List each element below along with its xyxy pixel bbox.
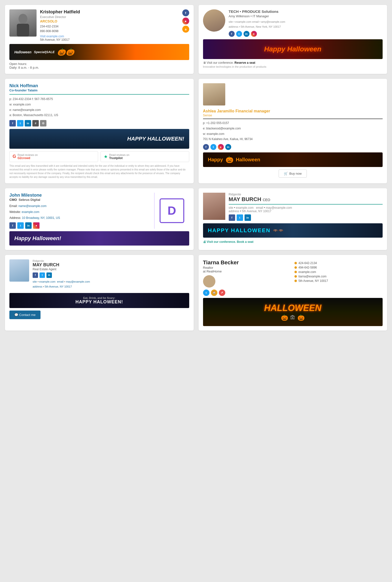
facebook-icon[interactable]: f [182, 10, 189, 16]
kristopher-address: 5th Avenue, NY 10017 [40, 38, 179, 42]
may-conference: 🖨 Visit our conference. Book a seat [203, 240, 383, 244]
tiarna-website: example.com [294, 270, 382, 274]
card-may-burch-realestate: Ridgenite MAY BURCH Real Estate Agent f … [5, 255, 194, 330]
tiarna-social: t 🏠 ⇗ [203, 290, 291, 296]
cart-icon: 🛒 [284, 172, 288, 176]
tiarna-photo [203, 275, 216, 288]
open-hours: Open hours: Daily: 8 a.m. - 8 p.m. [10, 62, 189, 70]
kristopher-website: Visit example.com [40, 34, 179, 38]
linkedin-icon[interactable]: in [244, 214, 251, 221]
john-info: John Milestone CMO Sebrus Digital Email:… [10, 193, 155, 229]
tiarna-phone2: 494-642-5896 [294, 265, 382, 270]
review-row: G Read reviews on G2crowd ★ Read reviews… [10, 151, 189, 162]
may-ceo-social: f t in [229, 214, 383, 221]
john-title: CMO Sebrus Digital [10, 198, 152, 202]
may-ceo-photo [203, 193, 225, 220]
linkedin-icon[interactable]: in [25, 120, 31, 126]
nick-name: Nick Hoffman [10, 83, 189, 88]
halloween-text: HALLOWEEN [264, 303, 321, 313]
instagram-icon[interactable]: ● [251, 31, 257, 37]
twitter-icon[interactable]: t [17, 222, 24, 229]
linkedin-icon[interactable]: in [244, 31, 250, 37]
tiarna-name: Tiarna Becker [203, 260, 291, 266]
tiarna-address: 5th Avenue, NY 10017 [294, 279, 382, 283]
facebook-icon[interactable]: f [229, 31, 235, 37]
john-social: f t in ● [10, 222, 152, 229]
halloween-ghost-banner: HAPPY HALLOWEEN! [10, 129, 189, 149]
nick-contact: p: 234-432-2334 f: 567-765-6575 w: examp… [10, 96, 189, 118]
tiarna-info: Tiarna Becker Realtor at RealHome t 🏠 ⇗ [203, 260, 291, 298]
halloween-dark-banner: Happy Halloween [203, 39, 383, 59]
twitter-icon[interactable]: t [203, 290, 210, 296]
map-icon[interactable]: ◎ [40, 120, 46, 126]
may-re-contact: site • example.com email • may@example.c… [32, 280, 189, 289]
twitter-icon[interactable]: t [236, 31, 242, 37]
instagram-icon[interactable]: ● [218, 144, 224, 150]
kristopher-photo [10, 10, 36, 36]
may-re-photo [10, 260, 29, 282]
hashtag-icon[interactable]: # [32, 120, 39, 126]
facebook-icon[interactable]: f [10, 120, 16, 126]
trustpilot-review-box[interactable]: ★ Read reviews on Trustpilot [100, 151, 189, 162]
twitter-icon[interactable]: t [40, 272, 45, 278]
svg-point-0 [18, 14, 28, 24]
card-nick-hoffman: Nick Hoffman Co-founder Talaim p: 234-43… [5, 79, 194, 183]
card-ashlea: Ashlea Jaramillo Financial manager Sense… [198, 79, 387, 183]
linkedin-icon[interactable]: in [25, 222, 32, 229]
ashlea-photo [203, 83, 225, 106]
facebook-icon[interactable]: f [229, 214, 235, 221]
trustpilot-icon: ★ [104, 154, 108, 159]
twitter-icon[interactable]: t [17, 120, 24, 126]
disclaimer-text: This email and any files transmitted wit… [10, 164, 189, 179]
facebook-icon[interactable]: f [203, 144, 209, 150]
facebook-icon[interactable]: f [32, 272, 38, 278]
amazon-icon[interactable]: a [182, 26, 189, 32]
bats-icon: 🦇🦇 [273, 228, 284, 233]
may-divider [229, 204, 383, 204]
halloween-ghost2-banner: Happy Halloween! [10, 231, 189, 246]
linkedin-icon[interactable]: in [225, 144, 231, 150]
twitter-icon[interactable]: t [210, 144, 216, 150]
facebook-icon[interactable]: f [10, 222, 16, 229]
share-icon[interactable]: ⇗ [219, 290, 225, 296]
may-re-brand: Ridgenite [32, 260, 189, 262]
kristopher-company: ARCSOLO [40, 19, 179, 23]
ashlea-social: f t ● in [203, 144, 231, 150]
card-kristopher: Kristopher Hatfield Executive Director A… [5, 5, 194, 74]
kristopher-social-icons: f ● a [182, 10, 189, 32]
john-logo: D [155, 193, 189, 229]
pumpkin-icon: 🎃🎃 [57, 48, 74, 56]
home-icon[interactable]: 🏠 [211, 290, 217, 296]
tiarna-title: Realtor at RealHome [203, 266, 291, 273]
amy-photo [203, 10, 225, 32]
linkedin-icon[interactable]: in [46, 272, 52, 278]
tech-company: TECH • PRODUCE Solutions [229, 10, 383, 14]
ashlea-company: Sense [203, 114, 270, 117]
card-tiarna-becker: Tiarna Becker Realtor at RealHome t 🏠 ⇗ … [198, 255, 387, 330]
buy-now-button[interactable]: 🛒 Buy now [278, 170, 307, 178]
instagram-icon[interactable]: ● [33, 222, 40, 229]
halloween-orange-banner: HALLOWEEN 🎃 🏚 🎃 [203, 298, 383, 326]
twitter-icon[interactable]: t [237, 214, 243, 221]
svg-rect-1 [17, 24, 29, 36]
kristopher-name: Kristopher Hatfield [40, 10, 179, 14]
tiarna-email: tiarna@example.com [294, 274, 382, 279]
may-brand: Ridgenite [229, 193, 383, 196]
may-re-info: Ridgenite MAY BURCH Real Estate Agent f … [32, 260, 189, 291]
nick-social: f t in # ◎ [10, 120, 189, 126]
amy-name-role: Amy Wilkinson • IT Manager [229, 14, 383, 18]
ashlea-name: Ashlea Jaramillo [203, 109, 234, 113]
contact-me-button[interactable]: 💬 Contact me [10, 310, 40, 319]
ashlea-contact: p: +1-202-555-0157 e: blackwood@example.… [203, 120, 253, 142]
instagram-icon[interactable]: ● [182, 18, 189, 24]
may-re-title: Real Estate Agent [32, 268, 189, 271]
may-ceo-name: MAY BURCH CEO [229, 196, 383, 202]
nick-divider [10, 94, 189, 94]
nick-cofounder: Co-founder Talaim [10, 88, 189, 92]
halloween-banner-orange: Halloween Special|SALE 🎃🎃 [10, 44, 189, 60]
tech-tagline: Innovative technologies in the productio… [203, 65, 383, 68]
g2-review-box[interactable]: G Read reviews on G2crowd [10, 151, 98, 162]
halloween-pumpkin-banner: Happy 🎃 Halloween [203, 152, 383, 167]
card-may-burch-ceo: Ridgenite MAY BURCH CEO site • example.c… [198, 188, 387, 250]
tiarna-contact-list-wrapper: 424-642-2134 494-642-5896 example.com ti… [294, 260, 382, 284]
